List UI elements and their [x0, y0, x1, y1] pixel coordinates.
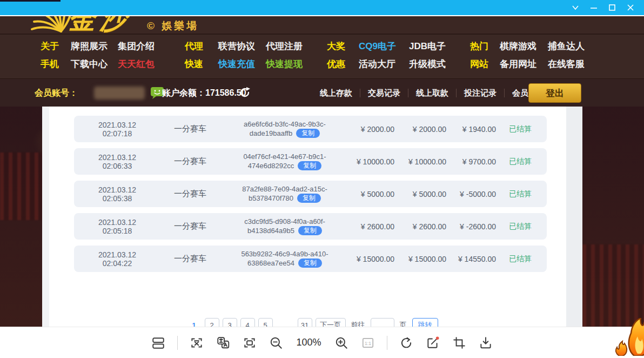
- copy-button[interactable]: 复制: [298, 226, 322, 235]
- logout-button[interactable]: 登出: [528, 83, 581, 103]
- toolbar-divider: [387, 336, 387, 350]
- zoom-in-icon[interactable]: [334, 335, 349, 350]
- nav-item[interactable]: 活动大厅: [359, 58, 395, 70]
- page-button[interactable]: 2: [205, 318, 219, 327]
- account-link[interactable]: 线上存款: [320, 88, 352, 98]
- cell-profit-amount: ¥ -5000.00: [446, 190, 496, 198]
- download-icon[interactable]: [478, 335, 493, 350]
- cell-bet-amount: ¥ 2000.00: [350, 125, 394, 134]
- nav-item[interactable]: 捕鱼达人: [548, 40, 585, 52]
- flame-mascot: [603, 318, 644, 358]
- maximize-button[interactable]: [603, 1, 621, 15]
- cell-game-name: 一分赛车: [160, 254, 220, 264]
- nav-item[interactable]: 集团介绍: [118, 40, 155, 52]
- account-links: 线上存款交易记录线上取款投注记录会员中心: [320, 79, 545, 107]
- page-button[interactable]: 4: [240, 318, 255, 327]
- nav-item[interactable]: 备用网址: [500, 58, 536, 70]
- nav-item[interactable]: 大奖: [327, 40, 345, 52]
- cell-datetime: 2021.03.1202:06:33: [74, 153, 160, 170]
- ocr-icon[interactable]: [189, 335, 204, 350]
- one-to-one-icon[interactable]: 1:1: [360, 335, 375, 350]
- nav-item[interactable]: 在线客服: [548, 58, 585, 70]
- page-jump-input[interactable]: [371, 318, 394, 327]
- close-button[interactable]: [621, 1, 640, 15]
- cell-game-name: 一分赛车: [160, 124, 220, 134]
- nav-item[interactable]: 快速提现: [266, 58, 303, 70]
- zoom-out-icon[interactable]: [269, 335, 284, 350]
- nav-item[interactable]: 热门: [470, 40, 488, 52]
- logo-subtitle: © 娛樂場: [147, 19, 199, 33]
- nav-item[interactable]: JDB电子: [409, 40, 446, 52]
- account-link[interactable]: 线上取款: [416, 88, 448, 98]
- cell-order-id: 04ef76cf-e421-4e67-b9c1- 474e6d8292cc复制: [220, 153, 350, 170]
- account-number-redacted: [94, 87, 145, 100]
- panel-layout-icon[interactable]: [151, 335, 166, 350]
- copy-button[interactable]: 复制: [298, 161, 321, 170]
- copy-button[interactable]: 复制: [298, 258, 322, 268]
- cell-profit-amount: ¥ 14550.00: [446, 255, 496, 263]
- cell-datetime: 2021.03.1202:07:18: [74, 121, 160, 138]
- nav-item[interactable]: 关于: [41, 40, 59, 52]
- status-badge: 已结算: [496, 222, 547, 231]
- nav-item[interactable]: 天天红包: [118, 58, 155, 70]
- chevron-down-icon[interactable]: [566, 1, 585, 15]
- cell-order-id: c3dc9fd5-d908-4f0a-a60f- b4138d64a9b5复制: [220, 217, 350, 235]
- zoom-level-label: 100%: [296, 337, 321, 348]
- balance-label: 账户余额：: [162, 88, 205, 97]
- next-page-button[interactable]: 下一页: [316, 318, 346, 327]
- nav-item[interactable]: 升级模式: [409, 58, 446, 70]
- cell-bet-amount: ¥ 5000.00: [350, 190, 394, 198]
- nav-item[interactable]: 下载中心: [71, 58, 108, 70]
- fullscreen-icon[interactable]: [242, 335, 257, 350]
- title-bar[interactable]: [0, 0, 644, 16]
- table-row: 2021.03.1202:05:18 一分赛车 c3dc9fd5-d908-4f…: [74, 213, 547, 240]
- cell-order-id: 87a2fe88-7e09-4ad2-a15c- b5378470f780复制: [220, 185, 350, 203]
- jump-button[interactable]: 跳转: [412, 318, 438, 327]
- page-button[interactable]: 5: [258, 318, 273, 327]
- cell-valid-amount: ¥ 5000.00: [394, 190, 446, 198]
- cell-datetime: 2021.03.1202:04:22: [74, 250, 160, 268]
- page-button[interactable]: 3: [223, 318, 237, 327]
- status-badge: 已结算: [496, 157, 547, 167]
- translate-icon[interactable]: [216, 335, 231, 350]
- nav-item[interactable]: 快速充值: [218, 58, 255, 70]
- status-badge: 已结算: [496, 124, 547, 134]
- nav-item[interactable]: 代理: [185, 40, 203, 52]
- nav-item[interactable]: 快速: [185, 58, 203, 70]
- nav-item[interactable]: 手机: [41, 58, 59, 70]
- cell-profit-amount: ¥ 9700.00: [446, 157, 496, 166]
- cell-valid-amount: ¥ 2600.00: [394, 222, 446, 231]
- link-separator: [456, 89, 457, 97]
- goto-label: 前往: [351, 318, 365, 327]
- account-link[interactable]: 投注记录: [464, 88, 497, 98]
- refresh-balance-icon[interactable]: [238, 86, 251, 101]
- nav-item[interactable]: 牌照展示: [71, 40, 108, 52]
- copy-button[interactable]: 复制: [297, 194, 321, 203]
- nav-item[interactable]: 网站: [470, 58, 488, 70]
- minimize-button[interactable]: [585, 1, 603, 15]
- table-row: 2021.03.1202:06:33 一分赛车 04ef76cf-e421-4e…: [74, 148, 547, 175]
- nav-item[interactable]: 联营协议: [218, 40, 255, 52]
- nav-item[interactable]: 棋牌游戏: [500, 40, 536, 52]
- rotate-icon[interactable]: [399, 335, 414, 350]
- link-separator: [504, 89, 505, 97]
- account-label: 会员账号：: [35, 88, 78, 99]
- edit-icon[interactable]: [425, 335, 440, 350]
- status-badge: 已结算: [496, 254, 547, 264]
- logo-text: 金沙: [68, 16, 131, 34]
- copy-button[interactable]: 复制: [296, 129, 320, 138]
- viewer-toolbar: 100% 1:1: [0, 327, 644, 358]
- page-button-current[interactable]: 1: [187, 318, 202, 327]
- cell-game-name: 一分赛车: [160, 189, 220, 199]
- cell-profit-amount: ¥ -2600.00: [446, 222, 496, 231]
- nav-item[interactable]: 优惠: [327, 58, 345, 70]
- background-window-artifact: [0, 0, 61, 2]
- cell-bet-amount: ¥ 15000.00: [350, 255, 394, 263]
- nav-item[interactable]: 代理注册: [266, 40, 303, 52]
- panel-scroll-gutter[interactable]: [566, 107, 582, 327]
- crop-icon[interactable]: [452, 335, 467, 350]
- page-button-last[interactable]: 31: [298, 318, 312, 327]
- account-link[interactable]: 交易记录: [368, 88, 400, 98]
- cell-datetime: 2021.03.1202:05:38: [74, 185, 160, 203]
- nav-item[interactable]: CQ9电子: [359, 40, 396, 52]
